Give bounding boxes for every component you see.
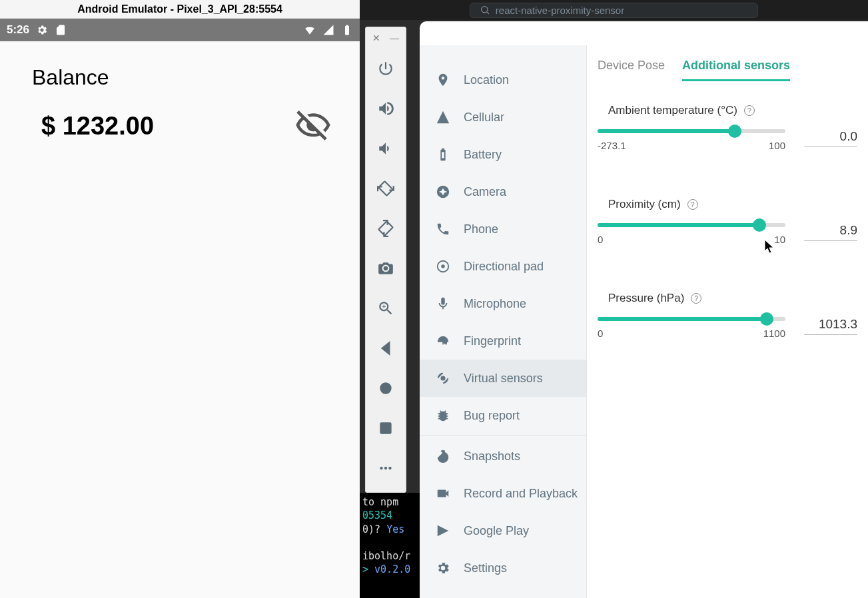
rotate-left-button[interactable] xyxy=(365,168,406,208)
help-icon[interactable]: ? xyxy=(687,199,698,210)
home-icon xyxy=(377,380,394,397)
zoom-button[interactable] xyxy=(365,288,406,328)
zoom-icon xyxy=(377,300,394,317)
sd-card-icon xyxy=(55,24,67,36)
tab-device-pose[interactable]: Device Pose xyxy=(598,59,665,81)
slider-max: 100 xyxy=(769,140,785,151)
back-icon xyxy=(377,340,394,357)
snapshot-icon xyxy=(436,449,450,463)
terminal-line-5a: > xyxy=(362,563,374,575)
terminal-line-1: to npm xyxy=(362,496,398,508)
rotate-right-icon xyxy=(377,220,394,237)
tab-additional-sensors[interactable]: Additional sensors xyxy=(682,59,790,81)
balance-title: Balance xyxy=(32,65,332,90)
volume-up-button[interactable] xyxy=(365,89,406,129)
svg-point-5 xyxy=(384,467,387,469)
help-icon[interactable]: ? xyxy=(691,293,701,304)
sidebar-item-settings[interactable]: Settings xyxy=(420,549,586,587)
camera-icon xyxy=(377,260,394,277)
sidebar-item-help[interactable]: Help xyxy=(420,587,586,598)
help-icon[interactable]: ? xyxy=(744,105,755,116)
bug-icon xyxy=(436,408,450,423)
svg-point-6 xyxy=(388,467,391,469)
fingerprint-icon xyxy=(436,334,450,348)
slider-min: -273.1 xyxy=(598,140,626,151)
sidebar-item-cellular[interactable]: Cellular xyxy=(420,99,586,136)
visibility-off-icon[interactable] xyxy=(294,107,332,145)
sidebar-item-virtual-sensors[interactable]: Virtual sensors xyxy=(420,360,586,397)
sensor-pressure: Pressure (hPa) ? 0 1100 1013.3 xyxy=(598,292,857,339)
phone-icon xyxy=(436,222,450,236)
screenshot-button[interactable] xyxy=(365,248,406,288)
terminal-line-5b: v0.2.0 xyxy=(374,563,410,575)
sidebar-item-battery[interactable]: Battery xyxy=(420,136,586,173)
sidebar-item-location[interactable]: Location xyxy=(420,61,586,99)
sidebar-item-snapshots[interactable]: Snapshots xyxy=(420,438,586,475)
wifi-icon xyxy=(304,24,316,36)
cursor-icon xyxy=(765,240,775,254)
svg-point-0 xyxy=(481,7,487,13)
mic-icon xyxy=(436,296,450,311)
virtual-icon xyxy=(436,371,450,386)
sidebar-item-camera[interactable]: Camera xyxy=(420,173,586,210)
svg-point-4 xyxy=(380,467,382,469)
rotate-right-button[interactable] xyxy=(365,208,406,248)
svg-point-8 xyxy=(441,264,445,268)
sidebar-item-mic[interactable]: Microphone xyxy=(420,285,586,322)
more-icon xyxy=(377,459,394,477)
terminal-line-3a: 0)? xyxy=(362,523,386,535)
back-nav-button[interactable] xyxy=(365,328,406,368)
battery-menu-icon xyxy=(436,147,450,162)
signal-icon xyxy=(322,24,334,36)
sensor-label: Proximity (cm) xyxy=(608,198,681,211)
home-nav-button[interactable] xyxy=(365,368,406,408)
sidebar-item-label: Virtual sensors xyxy=(464,372,543,386)
terminal-snippet: to npm 05354 0)? Yes ibolho/r > v0.2.0 xyxy=(360,493,423,598)
sidebar-item-label: Microphone xyxy=(464,297,526,311)
sensor-label: Pressure (hPa) xyxy=(608,292,684,305)
proximity-slider[interactable]: 0 10 xyxy=(598,223,785,245)
minimize-icon[interactable]: — xyxy=(390,33,399,43)
record-icon xyxy=(436,486,450,501)
terminal-line-4: ibolho/r xyxy=(362,550,410,562)
battery-icon xyxy=(341,24,353,36)
pressure-value[interactable]: 1013.3 xyxy=(804,317,857,335)
sidebar-item-label: Record and Playback xyxy=(464,487,578,501)
sidebar-item-label: Camera xyxy=(464,185,506,199)
status-time: 5:26 xyxy=(7,23,29,37)
extended-controls-sidebar: Location Cellular Battery Camera Phone xyxy=(420,45,587,598)
dpad-icon xyxy=(436,259,450,274)
close-icon[interactable]: ✕ xyxy=(372,33,380,43)
power-button[interactable] xyxy=(365,49,406,89)
pressure-slider[interactable]: 0 1100 xyxy=(598,317,785,339)
volume-up-icon xyxy=(377,100,394,117)
ambient-temp-slider[interactable]: -273.1 100 xyxy=(598,129,785,151)
camera-menu-icon xyxy=(436,184,450,199)
sidebar-item-label: Snapshots xyxy=(464,449,520,463)
search-input[interactable]: react-native-proximity-sensor xyxy=(470,3,758,18)
rotate-left-icon xyxy=(377,180,394,197)
sidebar-item-dpad[interactable]: Directional pad xyxy=(420,248,586,285)
sensor-ambient-temperature: Ambient temperature (°C) ? -273.1 100 0.… xyxy=(598,104,857,151)
sidebar-item-label: Bug report xyxy=(464,409,520,423)
more-button[interactable] xyxy=(365,448,406,488)
proximity-value[interactable]: 8.9 xyxy=(804,223,857,241)
overview-nav-button[interactable] xyxy=(365,408,406,448)
volume-down-button[interactable] xyxy=(365,129,406,168)
search-text: react-native-proximity-sensor xyxy=(496,5,624,16)
emulator-titlebar: Android Emulator - Pixel_3_API_28:5554 xyxy=(0,0,360,19)
sidebar-item-fingerprint[interactable]: Fingerprint xyxy=(420,322,586,360)
sidebar-item-label: Location xyxy=(464,73,509,87)
sensor-label: Ambient temperature (°C) xyxy=(608,104,737,117)
emulator-toolbar: ✕ — xyxy=(365,27,406,493)
sidebar-item-record[interactable]: Record and Playback xyxy=(420,475,586,512)
sidebar-item-phone[interactable]: Phone xyxy=(420,210,586,248)
volume-down-icon xyxy=(377,140,394,157)
extended-controls-main: Device Pose Additional sensors Ambient t… xyxy=(587,45,868,598)
sidebar-item-label: Cellular xyxy=(464,111,504,125)
sidebar-item-bug[interactable]: Bug report xyxy=(420,397,586,434)
editor-search-bar: react-native-proximity-sensor xyxy=(360,0,868,20)
svg-point-9 xyxy=(441,376,445,380)
ambient-temp-value[interactable]: 0.0 xyxy=(804,129,857,147)
sidebar-item-googleplay[interactable]: Google Play xyxy=(420,512,586,549)
